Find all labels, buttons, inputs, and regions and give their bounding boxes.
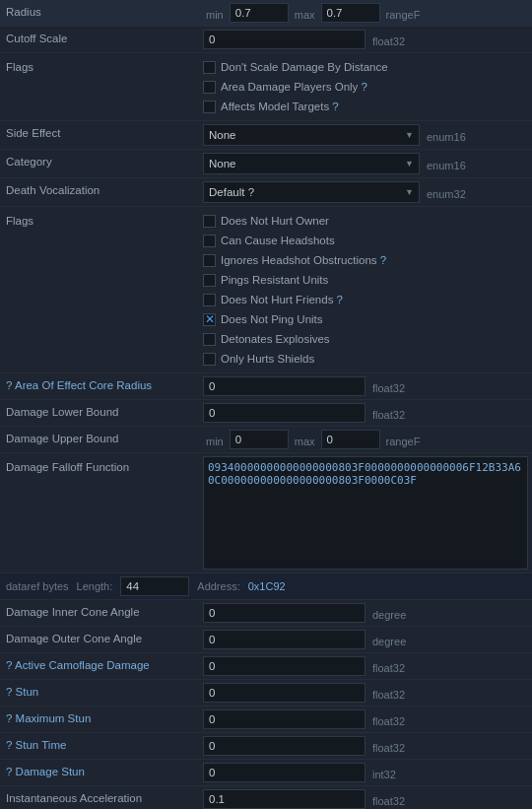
category-select[interactable]: None: [203, 153, 420, 174]
flag-only-hurts-shields-checkbox[interactable]: [203, 353, 216, 366]
damage-stun-controls: int32: [203, 763, 526, 782]
damage-upper-bound-type: rangeF: [386, 433, 421, 447]
damage-outer-cone-label: Damage Outer Cone Angle: [6, 630, 203, 644]
damage-outer-cone-input[interactable]: [203, 630, 366, 649]
cutoff-scale-input[interactable]: [203, 30, 366, 49]
damage-upper-bound-min-label: min: [206, 433, 224, 447]
category-select-wrapper: None: [203, 153, 420, 174]
stun-time-input[interactable]: [203, 736, 366, 756]
stun-time-row: ? Stun Time float32: [0, 733, 532, 760]
flag-ignores-headshot-checkbox[interactable]: [203, 254, 216, 267]
flags1-row: Flags Don't Scale Damage By Distance Are…: [0, 53, 532, 121]
dataref-address-value: 0x1C92: [248, 580, 286, 592]
cutoff-scale-row: Cutoff Scale float32: [0, 27, 532, 53]
stun-controls: float32: [203, 683, 526, 703]
flag-detonates-explosives-checkbox[interactable]: [203, 333, 216, 346]
flag-detonates-explosives-label: Detonates Explosives: [221, 333, 330, 345]
area-damage-tooltip-icon: ?: [362, 81, 367, 93]
flag-not-hurt-owner-checkbox[interactable]: [203, 215, 216, 228]
radius-min-label: min: [206, 6, 224, 21]
death-vocalization-select[interactable]: Default ?: [203, 181, 420, 203]
flag-not-hurt-friends-label: Does Not Hurt Friends ?: [221, 294, 343, 305]
damage-upper-bound-max-label: max: [295, 433, 315, 447]
damage-outer-cone-type: degree: [372, 633, 406, 647]
radius-max-input[interactable]: [321, 3, 380, 23]
side-effect-select[interactable]: None: [203, 124, 420, 146]
cutoff-scale-label: Cutoff Scale: [6, 30, 203, 44]
flag-not-hurt-owner-label: Does Not Hurt Owner: [221, 215, 329, 227]
flag-affects-model-checkbox[interactable]: [203, 101, 216, 113]
damage-falloff-controls: 09340000000000000000803F0000000000000006…: [203, 456, 528, 570]
damage-falloff-textarea[interactable]: 09340000000000000000803F0000000000000006…: [203, 456, 528, 570]
flag-area-damage-item: Area Damage Players Only ?: [203, 78, 388, 96]
stun-row: ? Stun float32: [0, 680, 532, 707]
flags1-label: Flags: [6, 56, 203, 73]
damage-falloff-label: Damage Falloff Function: [6, 456, 203, 473]
flags1-checkbox-group: Don't Scale Damage By Distance Area Dama…: [203, 56, 388, 117]
dataref-bytes-label: dataref bytes: [6, 580, 69, 592]
area-core-radius-type: float32: [372, 379, 405, 394]
flag-dont-scale-checkbox[interactable]: [203, 61, 216, 74]
damage-lower-bound-controls: float32: [203, 403, 526, 423]
flag-area-damage-checkbox[interactable]: [203, 81, 216, 94]
affects-model-tooltip-icon: ?: [332, 101, 338, 112]
damage-falloff-row: Damage Falloff Function 0934000000000000…: [0, 453, 532, 573]
flag-affects-model-label: Affects Model Targets ?: [221, 101, 339, 112]
side-effect-type: enum16: [427, 128, 466, 143]
radius-type: rangeF: [386, 6, 421, 21]
side-effect-row: Side Effect None enum16: [0, 121, 532, 150]
flag-can-headshot-label: Can Cause Headshots: [221, 235, 335, 246]
maximum-stun-label: ? Maximum Stun: [6, 709, 203, 724]
cutoff-scale-type: float32: [372, 33, 405, 47]
damage-outer-cone-row: Damage Outer Cone Angle degree: [0, 627, 532, 653]
radius-min-input[interactable]: [230, 3, 289, 23]
category-label: Category: [6, 153, 203, 168]
dataref-address-label: Address:: [197, 580, 239, 592]
damage-upper-bound-label: Damage Upper Bound: [6, 430, 203, 444]
dataref-length-label: Length:: [77, 580, 113, 592]
damage-outer-cone-controls: degree: [203, 630, 526, 649]
flag-not-ping-units-label: Does Not Ping Units: [221, 313, 323, 325]
damage-stun-label: ? Damage Stun: [6, 763, 203, 777]
not-hurt-friends-tooltip-icon: ?: [337, 294, 343, 305]
damage-stun-row: ? Damage Stun int32: [0, 760, 532, 786]
flag-not-hurt-friends-checkbox[interactable]: [203, 294, 216, 306]
flags2-checkbox-group: Does Not Hurt Owner Can Cause Headshots …: [203, 210, 386, 370]
flag-pings-resistant-checkbox[interactable]: [203, 274, 216, 287]
flag-can-headshot-checkbox[interactable]: [203, 235, 216, 247]
flag-not-ping-units-checkbox[interactable]: [203, 313, 216, 326]
stun-input[interactable]: [203, 683, 366, 703]
area-core-radius-input[interactable]: [203, 376, 366, 396]
flag-only-hurts-shields-item: Only Hurts Shields: [203, 350, 386, 368]
damage-upper-bound-max-input[interactable]: [321, 430, 380, 449]
damage-inner-cone-input[interactable]: [203, 603, 366, 623]
flag-dont-scale-item: Don't Scale Damage By Distance: [203, 58, 388, 76]
damage-stun-type: int32: [372, 766, 396, 780]
death-vocalization-controls: Default ? enum32: [203, 181, 526, 203]
damage-inner-cone-type: degree: [372, 606, 406, 621]
damage-inner-cone-controls: degree: [203, 603, 526, 623]
damage-inner-cone-row: Damage Inner Cone Angle degree: [0, 600, 532, 627]
maximum-stun-controls: float32: [203, 709, 526, 729]
active-camo-damage-input[interactable]: [203, 656, 366, 676]
dataref-length-input[interactable]: [120, 576, 189, 596]
flag-not-hurt-owner-item: Does Not Hurt Owner: [203, 212, 386, 230]
damage-lower-bound-input[interactable]: [203, 403, 366, 423]
damage-upper-bound-row: Damage Upper Bound min max rangeF: [0, 427, 532, 453]
damage-lower-bound-type: float32: [372, 406, 405, 421]
maximum-stun-input[interactable]: [203, 709, 366, 729]
category-controls: None enum16: [203, 153, 526, 174]
flag-area-damage-label: Area Damage Players Only ?: [221, 81, 367, 93]
maximum-stun-row: ? Maximum Stun float32: [0, 707, 532, 733]
flag-pings-resistant-item: Pings Resistant Units: [203, 271, 386, 289]
damage-upper-bound-min-input[interactable]: [230, 430, 289, 449]
damage-stun-input[interactable]: [203, 763, 366, 782]
instantaneous-acceleration-row: Instantaneous Acceleration float32: [0, 786, 532, 809]
damage-lower-bound-label: Damage Lower Bound: [6, 403, 203, 418]
flags2-row: Flags Does Not Hurt Owner Can Cause Head…: [0, 207, 532, 373]
active-camo-damage-type: float32: [372, 659, 405, 674]
category-type: enum16: [427, 157, 466, 171]
stun-time-type: float32: [372, 739, 405, 754]
instantaneous-acceleration-input[interactable]: [203, 789, 366, 809]
flag-pings-resistant-label: Pings Resistant Units: [221, 274, 328, 286]
